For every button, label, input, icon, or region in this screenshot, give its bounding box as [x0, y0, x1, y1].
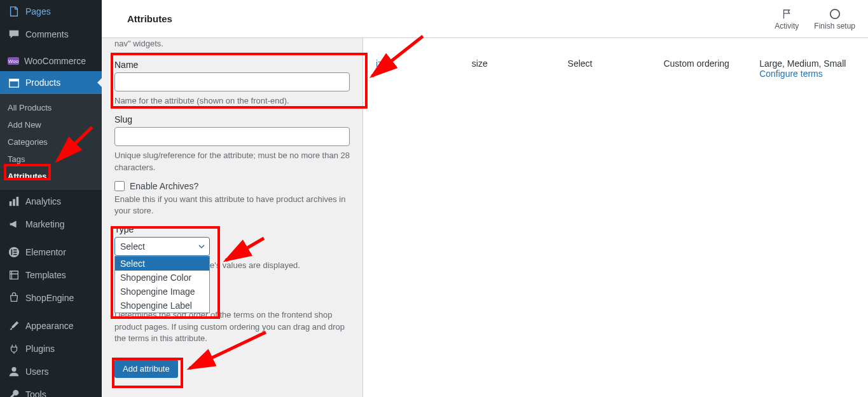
- attr-type: Select: [568, 58, 664, 79]
- attr-slug: size: [472, 58, 568, 79]
- activity-button[interactable]: Activity: [775, 8, 799, 30]
- products-icon: [8, 76, 20, 89]
- menu-label: Marketing: [25, 219, 64, 229]
- archives-help: Enable this if you want this attribute t…: [114, 194, 350, 217]
- menu-label: Products: [25, 77, 60, 88]
- submenu-categories[interactable]: Categories: [0, 133, 102, 151]
- finish-setup-button[interactable]: Finish setup: [814, 8, 855, 30]
- menu-shopengine[interactable]: ShopEngine: [0, 286, 102, 309]
- shopengine-icon: [8, 292, 20, 304]
- woo-icon: Woo: [8, 57, 19, 65]
- enable-archives-checkbox[interactable]: [114, 181, 125, 191]
- type-label: Type: [114, 224, 350, 234]
- page-title: Attributes: [127, 13, 172, 24]
- menu-label: Appearance: [25, 321, 74, 331]
- option-select[interactable]: Select: [115, 257, 209, 271]
- menu-elementor[interactable]: Elementor: [0, 241, 102, 264]
- name-label: Name: [114, 60, 350, 70]
- admin-sidebar: Pages Comments Woo WooCommerce Products …: [0, 0, 102, 397]
- add-attribute-button[interactable]: Add attribute: [114, 360, 178, 378]
- type-value: Select: [120, 241, 145, 252]
- svg-rect-2: [10, 201, 12, 206]
- svg-point-11: [830, 9, 839, 18]
- menu-appearance[interactable]: Appearance: [0, 314, 102, 337]
- menu-users[interactable]: Users: [0, 360, 102, 383]
- menu-label: WooCommerce: [24, 56, 86, 66]
- option-image[interactable]: Shopengine Image: [115, 285, 209, 299]
- attr-name-link[interactable]: ize: [376, 58, 387, 69]
- type-select[interactable]: Select: [114, 237, 210, 256]
- submenu-all-products[interactable]: All Products: [0, 99, 102, 116]
- option-color[interactable]: Shopengine Color: [115, 271, 209, 285]
- menu-templates[interactable]: Templates: [0, 264, 102, 286]
- attributes-table: ize size Select Custom ordering Large, M…: [362, 38, 868, 397]
- svg-rect-8: [13, 252, 17, 253]
- name-help: Name for the attribute (shown on the fro…: [114, 95, 350, 107]
- menu-label: ShopEngine: [25, 293, 74, 303]
- option-label[interactable]: Shopengine Label: [115, 299, 209, 313]
- user-icon: [8, 365, 20, 378]
- page-header: Attributes Activity Finish setup: [102, 0, 868, 38]
- svg-rect-1: [10, 79, 18, 82]
- menu-pages[interactable]: Pages: [0, 0, 102, 23]
- menu-label: Comments: [25, 29, 69, 39]
- widgets-text-fragment: nav" widgets.: [114, 38, 350, 50]
- menu-tools[interactable]: Tools: [0, 383, 102, 397]
- svg-rect-4: [17, 197, 19, 206]
- attribute-form: nav" widgets. Name Name for the attribut…: [102, 38, 362, 397]
- attr-terms: Large, Medium, Small: [759, 58, 846, 69]
- slug-label: Slug: [114, 114, 350, 124]
- templates-icon: [8, 269, 20, 281]
- menu-label: Pages: [25, 6, 51, 17]
- archives-label: Enable Archives?: [130, 181, 198, 191]
- name-input[interactable]: [114, 72, 350, 91]
- products-submenu: All Products Add New Categories Tags Att…: [0, 94, 102, 190]
- table-row: ize size Select Custom ordering Large, M…: [376, 53, 855, 84]
- plug-icon: [8, 342, 20, 355]
- submenu-attributes[interactable]: Attributes: [0, 168, 102, 185]
- menu-marketing[interactable]: Marketing: [0, 213, 102, 236]
- megaphone-icon: [8, 218, 20, 231]
- chevron-down-icon: [198, 243, 205, 250]
- menu-woocommerce[interactable]: Woo WooCommerce: [0, 51, 102, 71]
- menu-plugins[interactable]: Plugins: [0, 337, 102, 360]
- order-help: Determines the sort order of the terms o…: [114, 309, 350, 344]
- circle-icon: [829, 8, 841, 20]
- menu-comments[interactable]: Comments: [0, 23, 102, 46]
- svg-rect-9: [13, 254, 17, 255]
- brush-icon: [8, 320, 20, 332]
- svg-rect-6: [11, 250, 13, 255]
- svg-rect-7: [13, 250, 17, 251]
- slug-help: Unique slug/reference for the attribute;…: [114, 150, 350, 173]
- type-help-fragment: e's values are displayed.: [210, 260, 350, 271]
- menu-label: Analytics: [25, 196, 61, 206]
- analytics-icon: [8, 195, 20, 208]
- comment-icon: [8, 28, 20, 41]
- menu-label: Elementor: [25, 247, 66, 257]
- submenu-tags[interactable]: Tags: [0, 151, 102, 168]
- menu-analytics[interactable]: Analytics: [0, 190, 102, 213]
- flag-icon: [780, 8, 793, 20]
- type-dropdown: Select Shopengine Color Shopengine Image…: [114, 256, 210, 313]
- slug-input[interactable]: [114, 127, 350, 146]
- action-label: Finish setup: [814, 22, 855, 30]
- page-icon: [8, 5, 20, 18]
- configure-terms-link[interactable]: Configure terms: [759, 69, 823, 79]
- menu-label: Users: [25, 367, 49, 377]
- attr-order: Custom ordering: [663, 58, 759, 79]
- action-label: Activity: [775, 22, 799, 30]
- menu-label: Tools: [25, 389, 46, 397]
- wrench-icon: [8, 388, 20, 397]
- menu-products[interactable]: Products: [0, 71, 102, 94]
- submenu-add-new[interactable]: Add New: [0, 116, 102, 133]
- menu-label: Templates: [25, 270, 66, 280]
- menu-label: Plugins: [25, 344, 55, 354]
- svg-point-10: [11, 367, 16, 372]
- elementor-icon: [8, 246, 20, 259]
- svg-rect-3: [13, 199, 15, 206]
- content-area: Attributes Activity Finish setup nav" wi…: [102, 0, 868, 397]
